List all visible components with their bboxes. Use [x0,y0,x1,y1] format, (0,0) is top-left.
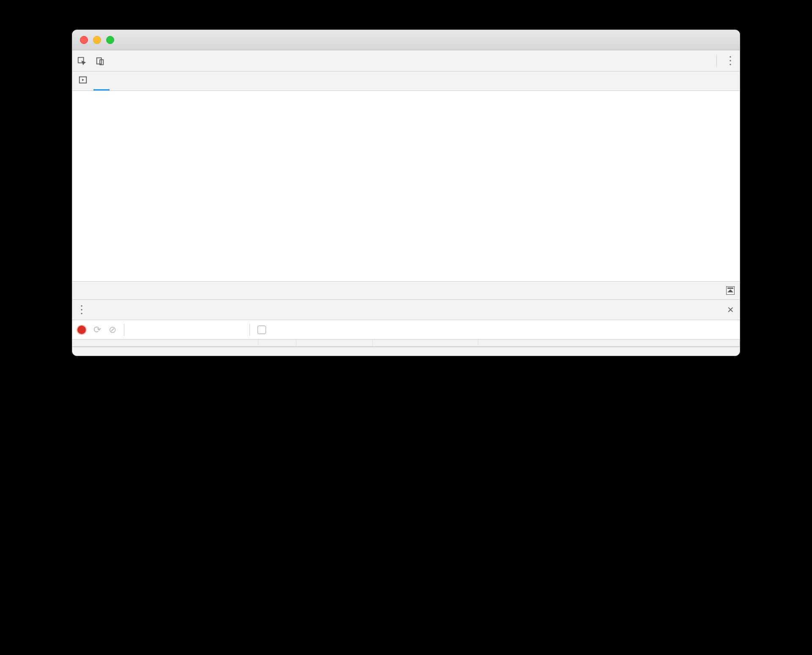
content-scripts-checkbox[interactable] [258,326,266,334]
clear-icon[interactable]: ⊘ [109,324,116,335]
col-header-bar [478,340,740,346]
traffic-lights [72,36,114,44]
close-drawer-icon[interactable]: × [727,303,734,316]
coverage-gutter [79,91,83,281]
source-status-bar [72,281,740,300]
line-gutter [72,91,79,281]
close-window-button[interactable] [80,36,88,44]
col-header-url[interactable] [72,340,258,346]
navigator-toggle-icon[interactable] [72,75,93,87]
device-toolbar-icon[interactable] [91,56,110,66]
col-header-unused[interactable] [373,340,478,346]
zoom-window-button[interactable] [106,36,114,44]
settings-menu-icon[interactable]: ⋮ [721,54,740,67]
main-tabs: ⋮ [72,50,740,71]
source-file-tab[interactable] [93,71,110,90]
reload-icon[interactable]: ⟳ [93,324,101,335]
svg-rect-1 [97,58,102,64]
source-tabbar [72,71,740,91]
titlebar [72,30,740,50]
code-editor[interactable] [72,91,740,281]
toggle-sidebar-icon[interactable] [726,286,735,295]
code-content[interactable] [83,91,740,281]
col-header-type[interactable] [258,340,296,346]
col-header-total[interactable] [296,340,373,346]
drawer-tabs: ⋮ × [72,300,740,320]
drawer-menu-icon[interactable]: ⋮ [72,303,91,316]
url-filter-input[interactable] [132,324,242,335]
coverage-table-header [72,340,740,347]
record-button[interactable] [77,326,86,334]
coverage-summary [72,347,740,356]
svg-rect-4 [727,288,733,289]
coverage-table [72,340,740,347]
inspect-element-icon[interactable] [72,56,91,66]
coverage-toolbar: ⟳ ⊘ [72,320,740,340]
minimize-window-button[interactable] [93,36,101,44]
devtools-window: ⋮ ⋮ × ⟳ ⊘ [72,30,740,356]
